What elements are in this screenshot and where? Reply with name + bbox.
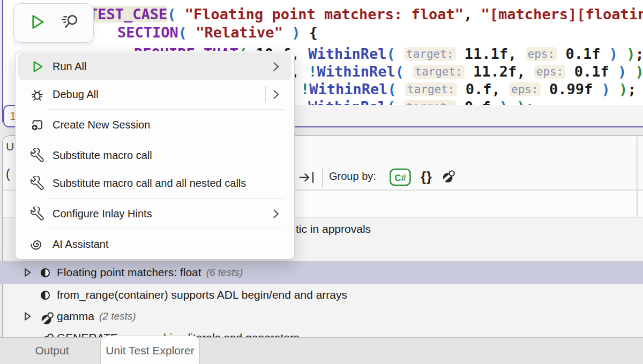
expand-chevron-icon[interactable] — [23, 310, 32, 322]
code-token: WithinRel — [317, 63, 395, 80]
menu-separator — [48, 109, 285, 110]
inlay-hint-chip: eps: — [509, 82, 541, 96]
braces-icon[interactable]: {} — [416, 166, 437, 187]
code-token — [395, 98, 404, 105]
code-token: ) — [609, 46, 618, 62]
code-token: ! — [308, 63, 317, 80]
test-tree-row[interactable]: gamma(2 tests) — [0, 306, 643, 327]
code-token: ( — [386, 98, 395, 105]
menu-separator — [48, 198, 285, 199]
test-tree-row[interactable]: from_range(container) supports ADL begin… — [0, 284, 643, 306]
code-token: 0.f, — [457, 81, 510, 97]
run-test-button[interactable] — [27, 13, 47, 33]
code-token: { — [300, 24, 318, 41]
braces-glyph: {} — [421, 169, 432, 185]
menu-item-ai-assistant[interactable]: AI Assistant — [18, 230, 291, 258]
code-token: WithinRel — [308, 46, 386, 62]
jump-to-source-icon[interactable] — [298, 168, 316, 186]
submenu-chevron-icon — [273, 209, 280, 219]
inlay-hint-chip: target: — [404, 47, 456, 61]
new-session-icon — [30, 118, 44, 132]
code-token — [610, 81, 619, 97]
wrench-icon — [30, 176, 44, 191]
run-icon — [30, 59, 44, 74]
submenu-divider — [265, 86, 266, 102]
inlay-hint-chip: target: — [413, 65, 465, 79]
test-row-label: gamma — [57, 310, 94, 323]
inlay-hint-chip: eps: — [534, 65, 566, 79]
tab-unit-test-explorer[interactable]: Unit Test Explorer — [100, 336, 200, 364]
code-token: TEST_CASE — [89, 6, 167, 22]
code-token: ) — [291, 24, 300, 41]
test-count-badge: (6 tests) — [206, 267, 243, 278]
code-token: SECTION — [117, 24, 178, 41]
code-token: ) — [635, 63, 643, 80]
inspect-code-button[interactable] — [60, 13, 80, 33]
test-row-label: Floating point matchers: float — [57, 266, 201, 279]
code-token: ) — [601, 81, 610, 97]
menu-item-label: Debug All — [53, 88, 265, 101]
code-token: 0.1f — [565, 63, 618, 80]
menu-item-debug-all[interactable]: Debug All — [18, 80, 291, 108]
chevron-placeholder — [23, 289, 32, 301]
test-case-icon — [39, 267, 51, 279]
code-token: 0.f — [456, 98, 499, 105]
toolwindow-clipped-text: ( — [6, 167, 10, 181]
test-row-label: from_range(container) supports ADL begin… — [57, 289, 347, 301]
menu-item-label: AI Assistant — [53, 238, 285, 251]
menu-separator — [48, 229, 285, 229]
toolbar-divider — [322, 167, 323, 187]
code-token: WithinRel — [308, 98, 386, 105]
code-token: ; — [627, 81, 636, 97]
code-token: "[matchers][floating-point]" — [481, 6, 643, 22]
code-token: ( — [178, 24, 187, 41]
menu-item-run-all[interactable]: Run All — [18, 52, 291, 80]
menu-item-create-new-session[interactable]: Create New Session — [18, 111, 291, 139]
menu-item-substitute-macro-call[interactable]: Substitute macro call — [18, 141, 291, 169]
menu-item-label: Substitute macro call — [53, 149, 285, 162]
debug-icon — [30, 87, 44, 102]
tag-circle-icon[interactable] — [439, 168, 458, 186]
code-token — [618, 46, 626, 62]
code-line: SECTION( "Relative" ) { — [117, 24, 318, 41]
code-token: WithinRel — [309, 81, 387, 97]
code-token: ( — [395, 63, 404, 80]
menu-item-substitute-macro-call-and-all-nested-calls[interactable]: Substitute macro call and all nested cal… — [18, 169, 291, 197]
toolwindow-clipped-text: U — [6, 140, 14, 153]
code-token: "Floating point matchers: float" — [185, 6, 463, 22]
code-token: ) — [626, 46, 635, 62]
tab-output[interactable]: Output — [4, 338, 100, 363]
menu-separator — [48, 140, 285, 140]
code-token — [283, 24, 291, 41]
code-token: 11.2f, — [465, 63, 534, 80]
panel-right-edge — [637, 137, 638, 217]
code-token: ( — [386, 46, 395, 62]
test-tree-row[interactable]: Floating point matchers: float(6 tests) — [0, 261, 643, 284]
code-token — [508, 98, 517, 105]
expand-chevron-icon[interactable] — [23, 267, 32, 278]
context-menu: Run AllDebug AllCreate New SessionSubsti… — [15, 51, 295, 260]
inlay-hint-chip: target: — [404, 100, 456, 105]
inlay-hint-chip: target: — [405, 82, 457, 96]
code-token — [404, 63, 413, 80]
group-by-label: Group by: — [329, 170, 376, 183]
editor-floating-toolbar — [13, 3, 94, 43]
run-icon — [28, 13, 46, 33]
test-count-badge: (2 tests) — [99, 310, 136, 322]
code-token — [176, 6, 185, 22]
menu-item-label: Create New Session — [53, 119, 285, 131]
menu-item-label: Run All — [53, 60, 273, 73]
menu-item-configure-inlay-hints[interactable]: Configure Inlay Hints — [18, 200, 291, 228]
code-token: 0.99f — [541, 81, 602, 97]
inspect-icon — [61, 12, 80, 34]
csharp-badge-icon[interactable]: C# — [389, 168, 412, 187]
menu-item-label: Configure Inlay Hints — [53, 208, 273, 220]
submenu-chevron-icon — [273, 89, 280, 100]
inlay-hint-chip: eps: — [526, 47, 557, 61]
test-case-icon — [39, 289, 51, 301]
code-token — [187, 24, 196, 41]
code-token: ; — [526, 98, 534, 105]
code-token: ) — [517, 98, 525, 105]
ide-window: TEST_CASE( "Floating point matchers: flo… — [0, 0, 643, 364]
code-token — [626, 63, 635, 80]
